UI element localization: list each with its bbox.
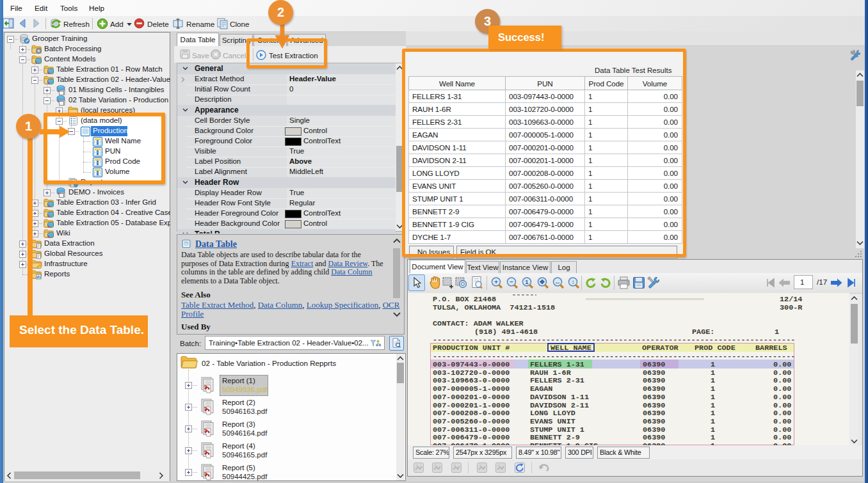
svg-text:−: − <box>510 278 513 285</box>
svg-text:+: + <box>494 278 498 285</box>
svg-text:✥: ✥ <box>540 278 545 285</box>
svg-text:1: 1 <box>525 278 529 285</box>
svg-text:↔: ↔ <box>554 278 561 285</box>
svg-text:↕: ↕ <box>572 278 575 285</box>
